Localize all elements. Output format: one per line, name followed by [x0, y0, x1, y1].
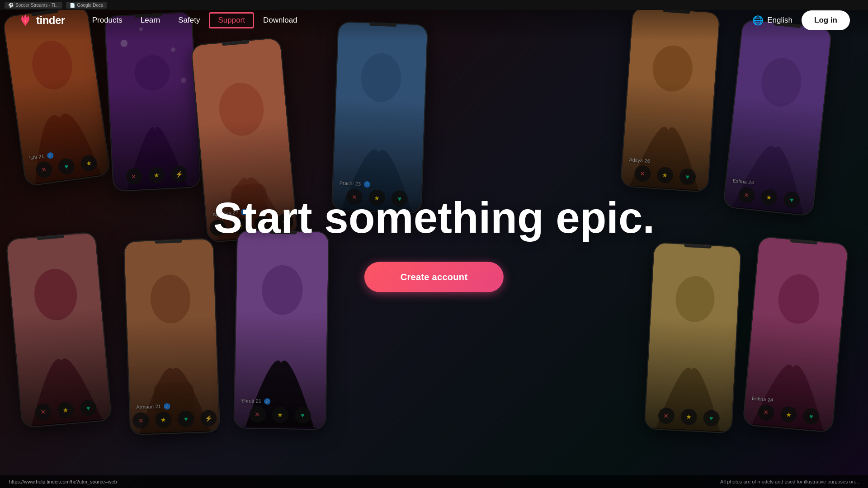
photo-notice: All photos are of models and used for il… [720, 479, 859, 484]
nav-download[interactable]: Download [254, 12, 307, 28]
tab-icon-docs: 📄 [70, 3, 75, 8]
url-display: https://www.help.tinder.com/hc?utm_sourc… [9, 479, 117, 484]
login-button[interactable]: Log in [802, 10, 850, 30]
tab-label: Soccer Streams - Ti... [15, 3, 59, 8]
browser-tab-1[interactable]: ⚽ Soccer Streams - Ti... [5, 2, 62, 9]
flame-icon [18, 13, 33, 28]
create-account-button[interactable]: Create account [364, 262, 504, 292]
bottom-bar: https://www.help.tinder.com/hc?utm_sourc… [0, 475, 868, 488]
nav-support[interactable]: Support [209, 12, 254, 28]
logo-text: tinder [36, 14, 65, 27]
tinder-logo[interactable]: tinder [18, 13, 65, 28]
browser-tab-2[interactable]: 📄 Google Docs [66, 2, 107, 9]
nav-safety[interactable]: Safety [169, 12, 209, 28]
tab-icon: ⚽ [8, 3, 14, 8]
browser-statusbar: ⚽ Soccer Streams - Ti... 📄 Google Docs [0, 0, 868, 10]
nav-links: Products Learn Safety Support Download [83, 12, 753, 28]
globe-icon: 🌐 [752, 15, 764, 26]
nav-products[interactable]: Products [83, 12, 132, 28]
language-button[interactable]: 🌐 English [752, 15, 793, 26]
nav-right: 🌐 English Log in [752, 10, 850, 30]
language-label: English [767, 16, 793, 25]
tab-label-2: Google Docs [77, 3, 103, 8]
overlay [0, 0, 868, 488]
nav-learn[interactable]: Learn [132, 12, 169, 28]
